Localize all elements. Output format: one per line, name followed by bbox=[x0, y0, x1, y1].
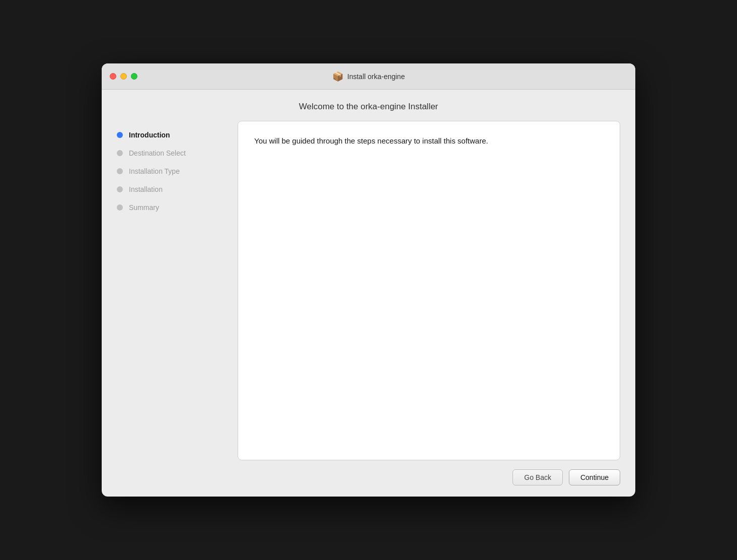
main-content: Welcome to the orka-engine Installer Int… bbox=[102, 90, 635, 497]
app-icon: 📦 bbox=[332, 71, 343, 82]
installer-window: 📦 Install orka-engine Welcome to the ork… bbox=[102, 63, 635, 497]
sidebar-dot-destination-select bbox=[117, 150, 123, 156]
minimize-button[interactable] bbox=[120, 73, 127, 80]
sidebar-label-installation: Installation bbox=[129, 185, 163, 193]
sidebar-dot-installation-type bbox=[117, 168, 123, 174]
sidebar-dot-summary bbox=[117, 204, 123, 211]
sidebar-item-installation-type[interactable]: Installation Type bbox=[117, 162, 238, 180]
intro-text: You will be guided through the steps nec… bbox=[254, 135, 604, 147]
close-button[interactable] bbox=[110, 73, 116, 80]
body-area: Introduction Destination Select Installa… bbox=[102, 121, 635, 460]
sidebar-dot-introduction bbox=[117, 132, 123, 138]
title-area: 📦 Install orka-engine bbox=[332, 71, 405, 82]
main-panel: You will be guided through the steps nec… bbox=[238, 121, 620, 460]
sidebar-item-summary[interactable]: Summary bbox=[117, 198, 238, 217]
titlebar: 📦 Install orka-engine bbox=[102, 63, 635, 90]
sidebar-dot-installation bbox=[117, 186, 123, 192]
sidebar-label-installation-type: Installation Type bbox=[129, 167, 180, 175]
page-title: Welcome to the orka-engine Installer bbox=[102, 90, 635, 121]
footer: Go Back Continue bbox=[102, 460, 635, 497]
sidebar-item-installation[interactable]: Installation bbox=[117, 180, 238, 198]
window-title: Install orka-engine bbox=[347, 73, 405, 81]
sidebar-item-destination-select[interactable]: Destination Select bbox=[117, 144, 238, 162]
sidebar-label-introduction: Introduction bbox=[129, 131, 170, 139]
go-back-button[interactable]: Go Back bbox=[512, 469, 563, 485]
sidebar-item-introduction[interactable]: Introduction bbox=[117, 126, 238, 144]
sidebar: Introduction Destination Select Installa… bbox=[117, 121, 238, 460]
maximize-button[interactable] bbox=[131, 73, 137, 80]
traffic-lights bbox=[110, 73, 137, 80]
continue-button[interactable]: Continue bbox=[569, 469, 620, 485]
sidebar-label-summary: Summary bbox=[129, 203, 159, 212]
sidebar-label-destination-select: Destination Select bbox=[129, 149, 186, 157]
